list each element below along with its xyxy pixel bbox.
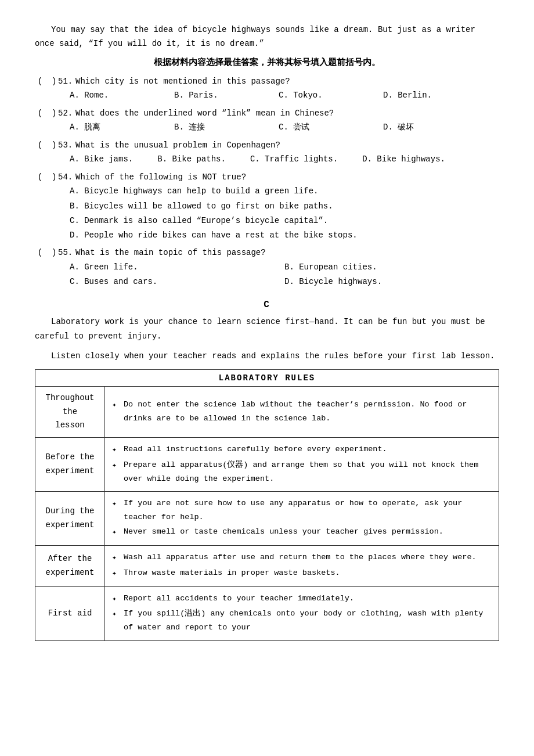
q51-number: 51. bbox=[58, 75, 74, 89]
diamond-icon-a1: ✦ bbox=[112, 552, 120, 565]
before-bullet-2: Prepare all apparatus(仪器) and arrange th… bbox=[124, 458, 492, 485]
after-bullet-1: Wash all apparatus after use and return … bbox=[124, 550, 477, 564]
q51-paren-close: ) bbox=[46, 75, 57, 89]
row-during-label: During theexperiment bbox=[35, 492, 105, 546]
diamond-icon-d1: ✦ bbox=[112, 498, 120, 511]
table-row-after: After theexperiment ✦ Wash all apparatus… bbox=[35, 546, 499, 587]
q51-option-c: C. Tokyo. bbox=[279, 88, 366, 103]
q55-option-a: A. Green life. bbox=[70, 260, 284, 275]
table-row-during: During theexperiment ✦ If you are not su… bbox=[35, 492, 499, 546]
q54-option-a: A. Bicycle highways can help to build a … bbox=[70, 184, 499, 199]
row-throughout-content: ✦ Do not enter the science lab without t… bbox=[105, 386, 499, 437]
during-bullet-2: Never smell or taste chemicals unless yo… bbox=[124, 525, 443, 539]
q53-text: What is the unusual problem in Copenhage… bbox=[75, 139, 499, 153]
q52-number: 52. bbox=[58, 107, 74, 121]
intro-paragraph: You may say that the idea of bicycle hig… bbox=[35, 23, 499, 51]
q54-number: 54. bbox=[58, 171, 74, 185]
q54-paren: ( bbox=[35, 171, 45, 185]
q52-option-d: D. 破坏 bbox=[383, 120, 470, 135]
firstaid-bullet-1: Report all accidents to your teacher imm… bbox=[124, 592, 354, 606]
q54-option-d: D. People who ride bikes can have a rest… bbox=[70, 228, 499, 243]
q55-option-d: D. Bicycle highways. bbox=[284, 275, 499, 289]
q52-option-c: C. 尝试 bbox=[279, 120, 366, 135]
q55-paren-close: ) bbox=[46, 246, 57, 260]
firstaid-bullet-2: If you spill(溢出) any chemicals onto your… bbox=[124, 607, 492, 634]
q52-paren: ( bbox=[35, 107, 45, 121]
q53-option-a: A. Bike jams. bbox=[70, 154, 133, 164]
q54-option-b: B. Bicycles will be allowed to go first … bbox=[70, 199, 499, 214]
question-53: ( ) 53. What is the unusual problem in C… bbox=[35, 139, 499, 167]
table-row-before: Before theexperiment ✦ Read all instruct… bbox=[35, 438, 499, 492]
q53-paren: ( bbox=[35, 139, 45, 153]
row-before-label: Before theexperiment bbox=[35, 438, 105, 492]
section-c-title: C bbox=[35, 300, 499, 310]
table-row-throughout: Throughout thelesson ✦ Do not enter the … bbox=[35, 386, 499, 437]
table-header: LABORATORY RULES bbox=[35, 369, 499, 386]
row-firstaid-content: ✦ Report all accidents to your teacher i… bbox=[105, 586, 499, 640]
q55-option-b: B. European cities. bbox=[284, 260, 499, 275]
q53-option-b: B. Bike paths. bbox=[157, 154, 226, 164]
row-firstaid-label: First aid bbox=[35, 586, 105, 640]
diamond-icon-f2: ✦ bbox=[112, 608, 120, 621]
row-after-label: After theexperiment bbox=[35, 546, 105, 587]
question-55: ( ) 55. What is the main topic of this p… bbox=[35, 246, 499, 289]
diamond-icon: ✦ bbox=[112, 399, 120, 412]
diamond-icon-b2: ✦ bbox=[112, 459, 120, 473]
table-row-firstaid: First aid ✦ Report all accidents to your… bbox=[35, 586, 499, 640]
q53-paren-close: ) bbox=[46, 139, 57, 153]
before-bullet-1: Read all instructions carefully before e… bbox=[124, 442, 387, 456]
questions-section: ( ) 51. Which city is not mentioned in t… bbox=[35, 75, 499, 290]
q53-number: 53. bbox=[58, 139, 74, 153]
row-during-content: ✦ If you are not sure how to use any app… bbox=[105, 492, 499, 546]
q53-option-c: C. Traffic lights. bbox=[250, 154, 338, 164]
during-bullet-1: If you are not sure how to use any appar… bbox=[124, 496, 492, 524]
lab-rules-table: LABORATORY RULES Throughout thelesson ✦ … bbox=[35, 369, 499, 641]
after-bullet-2: Throw waste materials in proper waste ba… bbox=[124, 566, 340, 580]
q52-option-a: A. 脱离 bbox=[70, 120, 157, 135]
q52-option-b: B. 连接 bbox=[174, 120, 261, 135]
question-52: ( ) 52. What does the underlined word “l… bbox=[35, 107, 499, 135]
diamond-icon-b1: ✦ bbox=[112, 444, 120, 457]
q51-option-a: A. Rome. bbox=[70, 88, 157, 103]
q51-option-b: B. Paris. bbox=[174, 88, 261, 103]
q55-option-c: C. Buses and cars. bbox=[70, 275, 284, 289]
q54-paren-close: ) bbox=[46, 171, 57, 185]
question-51: ( ) 51. Which city is not mentioned in t… bbox=[35, 75, 499, 103]
q52-paren-close: ) bbox=[46, 107, 57, 121]
q54-option-c: C. Denmark is also called “Europe’s bicy… bbox=[70, 214, 499, 228]
throughout-bullet-1: Do not enter the science lab without the… bbox=[124, 398, 492, 425]
diamond-icon-a2: ✦ bbox=[112, 567, 120, 581]
section-c-para2: Listen closely when your teacher reads a… bbox=[35, 349, 499, 363]
q55-paren: ( bbox=[35, 246, 45, 260]
diamond-icon-d2: ✦ bbox=[112, 526, 120, 539]
q51-paren: ( bbox=[35, 75, 45, 89]
q52-text: What does the underlined word “link” mea… bbox=[75, 107, 499, 121]
q54-text: Which of the following is NOT true? bbox=[75, 171, 499, 185]
row-throughout-label: Throughout thelesson bbox=[35, 386, 105, 437]
instruction-text: 根据材料内容选择最佳答案，并将其标号填入题前括号内。 bbox=[35, 57, 499, 68]
q55-number: 55. bbox=[58, 246, 74, 260]
row-after-content: ✦ Wash all apparatus after use and retur… bbox=[105, 546, 499, 587]
q55-text: What is the main topic of this passage? bbox=[75, 246, 499, 260]
question-54: ( ) 54. Which of the following is NOT tr… bbox=[35, 171, 499, 243]
q51-text: Which city is not mentioned in this pass… bbox=[75, 75, 499, 89]
section-c-para1: Laboratory work is your chance to learn … bbox=[35, 315, 499, 344]
diamond-icon-f1: ✦ bbox=[112, 593, 120, 606]
row-before-content: ✦ Read all instructions carefully before… bbox=[105, 438, 499, 492]
q51-option-d: D. Berlin. bbox=[383, 88, 470, 103]
q53-option-d: D. Bike highways. bbox=[362, 154, 445, 164]
